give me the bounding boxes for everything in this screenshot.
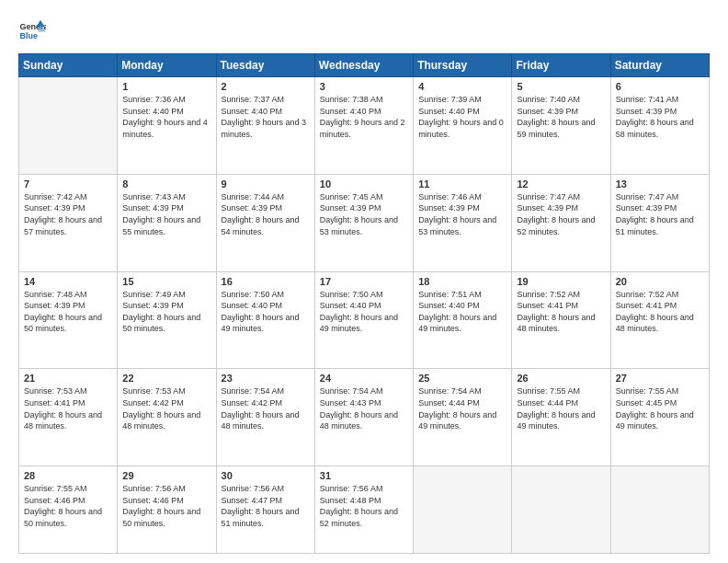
day-info: Sunrise: 7:43 AMSunset: 4:39 PMDaylight:… — [122, 191, 210, 237]
day-cell: 8Sunrise: 7:43 AMSunset: 4:39 PMDaylight… — [118, 174, 216, 271]
day-number: 30 — [222, 470, 310, 481]
day-info: Sunrise: 7:50 AMSunset: 4:40 PMDaylight:… — [320, 289, 408, 335]
day-info: Sunrise: 7:52 AMSunset: 4:41 PMDaylight:… — [616, 289, 704, 335]
day-number: 25 — [418, 373, 506, 384]
day-cell: 13Sunrise: 7:47 AMSunset: 4:39 PMDayligh… — [610, 174, 709, 271]
day-info: Sunrise: 7:37 AMSunset: 4:40 PMDaylight:… — [222, 94, 310, 140]
day-number: 5 — [517, 81, 605, 92]
day-number: 19 — [517, 276, 605, 287]
day-info: Sunrise: 7:40 AMSunset: 4:39 PMDaylight:… — [517, 94, 605, 140]
day-cell — [512, 466, 610, 554]
day-cell: 6Sunrise: 7:41 AMSunset: 4:39 PMDaylight… — [610, 77, 709, 175]
day-number: 15 — [122, 276, 210, 287]
day-cell: 5Sunrise: 7:40 AMSunset: 4:39 PMDaylight… — [512, 77, 610, 175]
day-info: Sunrise: 7:53 AMSunset: 4:42 PMDaylight:… — [122, 385, 210, 431]
weekday-cell: Wednesday — [314, 54, 413, 77]
day-cell: 19Sunrise: 7:52 AMSunset: 4:41 PMDayligh… — [512, 271, 610, 369]
day-number: 23 — [222, 373, 310, 384]
day-info: Sunrise: 7:56 AMSunset: 4:46 PMDaylight:… — [122, 483, 210, 529]
day-info: Sunrise: 7:56 AMSunset: 4:47 PMDaylight:… — [222, 483, 310, 529]
day-info: Sunrise: 7:48 AMSunset: 4:39 PMDaylight:… — [24, 289, 112, 335]
day-cell: 9Sunrise: 7:44 AMSunset: 4:39 PMDaylight… — [216, 174, 314, 271]
day-cell: 2Sunrise: 7:37 AMSunset: 4:40 PMDaylight… — [216, 77, 314, 175]
day-cell: 22Sunrise: 7:53 AMSunset: 4:42 PMDayligh… — [118, 369, 216, 466]
day-cell: 12Sunrise: 7:47 AMSunset: 4:39 PMDayligh… — [512, 174, 610, 271]
weekday-cell: Monday — [118, 54, 216, 77]
day-number: 14 — [24, 276, 112, 287]
day-info: Sunrise: 7:42 AMSunset: 4:39 PMDaylight:… — [24, 191, 112, 237]
day-info: Sunrise: 7:36 AMSunset: 4:40 PMDaylight:… — [122, 94, 210, 140]
day-info: Sunrise: 7:45 AMSunset: 4:39 PMDaylight:… — [320, 191, 408, 237]
day-info: Sunrise: 7:54 AMSunset: 4:43 PMDaylight:… — [320, 385, 408, 431]
day-info: Sunrise: 7:47 AMSunset: 4:39 PMDaylight:… — [517, 191, 605, 237]
day-number: 26 — [517, 373, 605, 384]
day-cell: 20Sunrise: 7:52 AMSunset: 4:41 PMDayligh… — [610, 271, 709, 369]
svg-text:Blue: Blue — [20, 31, 39, 40]
day-info: Sunrise: 7:39 AMSunset: 4:40 PMDaylight:… — [418, 94, 506, 140]
day-info: Sunrise: 7:54 AMSunset: 4:44 PMDaylight:… — [418, 385, 506, 431]
day-cell: 11Sunrise: 7:46 AMSunset: 4:39 PMDayligh… — [414, 174, 512, 271]
day-info: Sunrise: 7:56 AMSunset: 4:48 PMDaylight:… — [320, 483, 408, 529]
day-cell: 25Sunrise: 7:54 AMSunset: 4:44 PMDayligh… — [414, 369, 512, 466]
logo: General Blue — [18, 17, 46, 44]
day-number: 10 — [320, 178, 408, 190]
day-number: 11 — [418, 178, 506, 190]
weekday-cell: Thursday — [414, 54, 512, 77]
day-number: 31 — [320, 470, 408, 481]
day-cell: 4Sunrise: 7:39 AMSunset: 4:40 PMDaylight… — [414, 77, 512, 175]
day-cell: 17Sunrise: 7:50 AMSunset: 4:40 PMDayligh… — [314, 271, 413, 369]
day-number: 6 — [616, 81, 704, 92]
week-row: 1Sunrise: 7:36 AMSunset: 4:40 PMDaylight… — [19, 77, 710, 175]
week-row: 21Sunrise: 7:53 AMSunset: 4:41 PMDayligh… — [19, 369, 710, 466]
day-cell — [19, 77, 118, 175]
day-info: Sunrise: 7:44 AMSunset: 4:39 PMDaylight:… — [222, 191, 310, 237]
weekday-cell: Friday — [512, 54, 610, 77]
day-info: Sunrise: 7:55 AMSunset: 4:44 PMDaylight:… — [517, 385, 605, 431]
day-number: 16 — [222, 276, 310, 287]
calendar-body: 1Sunrise: 7:36 AMSunset: 4:40 PMDaylight… — [19, 77, 710, 554]
weekday-cell: Sunday — [19, 54, 118, 77]
calendar-table: SundayMondayTuesdayWednesdayThursdayFrid… — [18, 53, 710, 554]
day-info: Sunrise: 7:50 AMSunset: 4:40 PMDaylight:… — [222, 289, 310, 335]
day-number: 18 — [418, 276, 506, 287]
day-number: 2 — [222, 81, 310, 92]
day-cell: 18Sunrise: 7:51 AMSunset: 4:40 PMDayligh… — [414, 271, 512, 369]
day-cell: 14Sunrise: 7:48 AMSunset: 4:39 PMDayligh… — [19, 271, 118, 369]
day-info: Sunrise: 7:49 AMSunset: 4:39 PMDaylight:… — [122, 289, 210, 335]
day-number: 29 — [122, 470, 210, 481]
day-number: 17 — [320, 276, 408, 287]
day-cell: 30Sunrise: 7:56 AMSunset: 4:47 PMDayligh… — [216, 466, 314, 554]
day-info: Sunrise: 7:51 AMSunset: 4:40 PMDaylight:… — [418, 289, 506, 335]
day-cell: 26Sunrise: 7:55 AMSunset: 4:44 PMDayligh… — [512, 369, 610, 466]
day-number: 9 — [222, 178, 310, 190]
day-cell: 16Sunrise: 7:50 AMSunset: 4:40 PMDayligh… — [216, 271, 314, 369]
day-cell: 15Sunrise: 7:49 AMSunset: 4:39 PMDayligh… — [118, 271, 216, 369]
day-number: 22 — [122, 373, 210, 384]
day-cell: 24Sunrise: 7:54 AMSunset: 4:43 PMDayligh… — [314, 369, 413, 466]
day-number: 27 — [616, 373, 704, 384]
day-number: 24 — [320, 373, 408, 384]
day-info: Sunrise: 7:53 AMSunset: 4:41 PMDaylight:… — [24, 385, 112, 431]
day-info: Sunrise: 7:54 AMSunset: 4:42 PMDaylight:… — [222, 385, 310, 431]
day-cell: 10Sunrise: 7:45 AMSunset: 4:39 PMDayligh… — [314, 174, 413, 271]
weekday-cell: Tuesday — [216, 54, 314, 77]
week-row: 14Sunrise: 7:48 AMSunset: 4:39 PMDayligh… — [19, 271, 710, 369]
day-number: 3 — [320, 81, 408, 92]
day-number: 13 — [616, 178, 704, 190]
day-number: 4 — [418, 81, 506, 92]
day-info: Sunrise: 7:52 AMSunset: 4:41 PMDaylight:… — [517, 289, 605, 335]
day-info: Sunrise: 7:47 AMSunset: 4:39 PMDaylight:… — [616, 191, 704, 237]
header: General Blue — [18, 17, 710, 44]
weekday-cell: Saturday — [610, 54, 709, 77]
day-cell: 29Sunrise: 7:56 AMSunset: 4:46 PMDayligh… — [118, 466, 216, 554]
day-number: 12 — [517, 178, 605, 190]
logo-icon: General Blue — [18, 17, 46, 44]
day-cell: 23Sunrise: 7:54 AMSunset: 4:42 PMDayligh… — [216, 369, 314, 466]
day-number: 7 — [24, 178, 112, 190]
day-info: Sunrise: 7:55 AMSunset: 4:45 PMDaylight:… — [616, 385, 704, 431]
day-info: Sunrise: 7:38 AMSunset: 4:40 PMDaylight:… — [320, 94, 408, 140]
day-number: 20 — [616, 276, 704, 287]
week-row: 28Sunrise: 7:55 AMSunset: 4:46 PMDayligh… — [19, 466, 710, 554]
page: General Blue SundayMondayTuesdayWednesda… — [0, 0, 728, 563]
week-row: 7Sunrise: 7:42 AMSunset: 4:39 PMDaylight… — [19, 174, 710, 271]
